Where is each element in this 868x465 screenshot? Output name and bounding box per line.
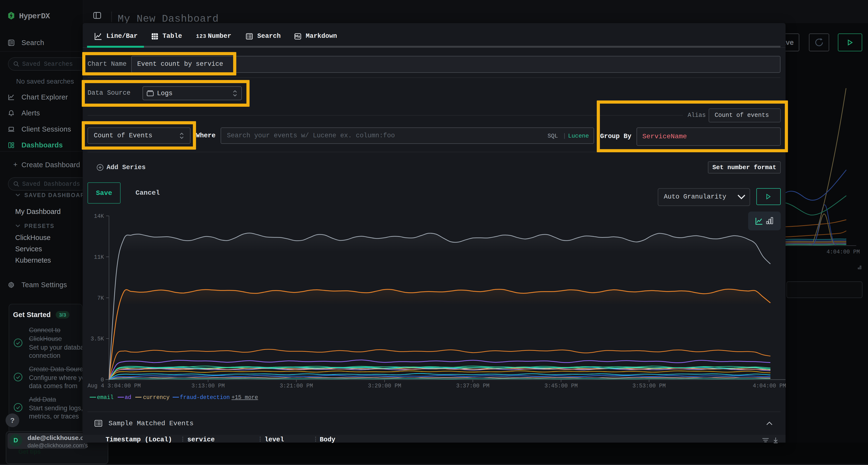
svg-text:4:04:00 PM: 4:04:00 PM — [753, 383, 786, 389]
svg-text:3:21:00 PM: 3:21:00 PM — [280, 383, 313, 389]
svg-text:Aug 4 3:04:00 PM: Aug 4 3:04:00 PM — [88, 383, 141, 389]
svg-text:3:13:00 PM: 3:13:00 PM — [191, 383, 225, 389]
svg-text:3.5K: 3.5K — [91, 336, 104, 342]
svg-text:3:37:00 PM: 3:37:00 PM — [456, 383, 490, 389]
svg-text:3:45:00 PM: 3:45:00 PM — [545, 383, 578, 389]
svg-text:11K: 11K — [94, 254, 104, 261]
svg-text:3:29:00 PM: 3:29:00 PM — [368, 383, 401, 389]
svg-text:14K: 14K — [94, 213, 104, 220]
svg-text:7K: 7K — [97, 295, 104, 301]
svg-text:3:53:00 PM: 3:53:00 PM — [632, 383, 666, 389]
svg-text:0: 0 — [100, 377, 104, 383]
